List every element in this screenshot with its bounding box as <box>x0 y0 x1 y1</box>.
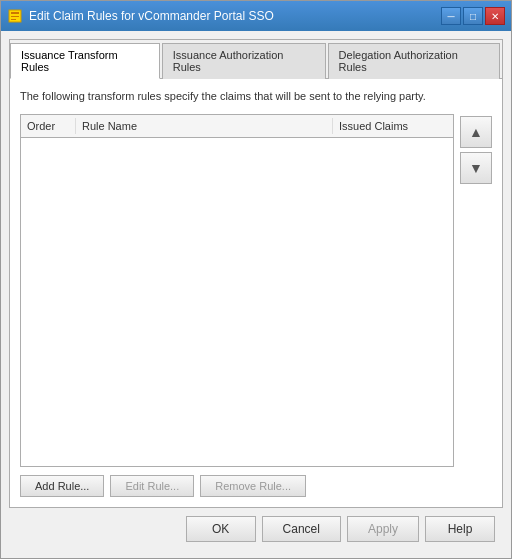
edit-rule-button[interactable]: Edit Rule... <box>110 475 194 497</box>
rules-table: Order Rule Name Issued Claims <box>20 114 454 467</box>
tab-delegation-authorization[interactable]: Delegation Authorization Rules <box>328 43 500 79</box>
col-header-order: Order <box>21 118 76 134</box>
apply-button[interactable]: Apply <box>347 516 419 542</box>
col-header-issued-claims: Issued Claims <box>333 118 453 134</box>
window-content: Issuance Transform Rules Issuance Author… <box>1 31 511 558</box>
ok-button[interactable]: OK <box>186 516 256 542</box>
table-header: Order Rule Name Issued Claims <box>21 115 453 138</box>
minimize-button[interactable]: ─ <box>441 7 461 25</box>
move-up-button[interactable]: ▲ <box>460 116 492 148</box>
svg-rect-1 <box>11 12 19 14</box>
main-window: Edit Claim Rules for vCommander Portal S… <box>0 0 512 559</box>
title-bar: Edit Claim Rules for vCommander Portal S… <box>1 1 511 31</box>
maximize-button[interactable]: □ <box>463 7 483 25</box>
tab-issuance-authorization[interactable]: Issuance Authorization Rules <box>162 43 326 79</box>
up-arrow-icon: ▲ <box>469 124 483 140</box>
tab-bar: Issuance Transform Rules Issuance Author… <box>10 40 502 79</box>
cancel-button[interactable]: Cancel <box>262 516 341 542</box>
add-rule-button[interactable]: Add Rule... <box>20 475 104 497</box>
close-button[interactable]: ✕ <box>485 7 505 25</box>
table-body <box>21 138 453 466</box>
bottom-buttons: OK Cancel Apply Help <box>9 508 503 550</box>
move-down-button[interactable]: ▼ <box>460 152 492 184</box>
rule-buttons: Add Rule... Edit Rule... Remove Rule... <box>20 475 492 497</box>
col-header-rule-name: Rule Name <box>76 118 333 134</box>
down-arrow-icon: ▼ <box>469 160 483 176</box>
title-bar-buttons: ─ □ ✕ <box>441 7 505 25</box>
rules-area: Order Rule Name Issued Claims ▲ ▼ <box>20 114 492 467</box>
svg-rect-3 <box>11 19 16 20</box>
remove-rule-button[interactable]: Remove Rule... <box>200 475 306 497</box>
window-title: Edit Claim Rules for vCommander Portal S… <box>29 9 441 23</box>
help-button[interactable]: Help <box>425 516 495 542</box>
svg-rect-2 <box>11 16 19 17</box>
tab-description: The following transform rules specify th… <box>20 89 492 104</box>
side-buttons: ▲ ▼ <box>460 114 492 467</box>
tabs-container: Issuance Transform Rules Issuance Author… <box>9 39 503 508</box>
tab-issuance-transform[interactable]: Issuance Transform Rules <box>10 43 160 79</box>
window-icon <box>7 8 23 24</box>
tab-content: The following transform rules specify th… <box>10 79 502 507</box>
